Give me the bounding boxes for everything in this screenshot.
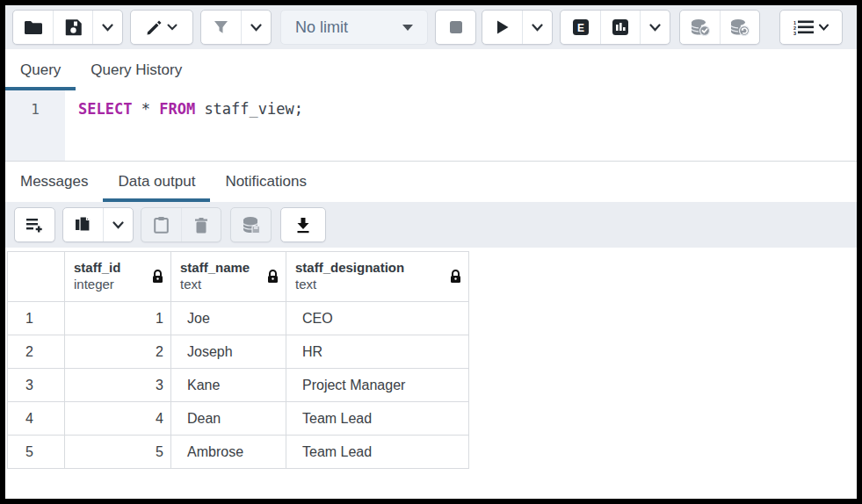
copy-menu-button[interactable] xyxy=(103,208,133,241)
row-number-cell[interactable]: 1 xyxy=(8,302,65,335)
save-data-button[interactable] xyxy=(231,208,271,241)
macros-button[interactable]: 123 xyxy=(780,11,842,44)
edit-button-group xyxy=(130,10,193,45)
copy-group xyxy=(62,207,134,242)
filter-icon xyxy=(214,20,228,34)
row-limit-select[interactable]: No limit xyxy=(280,10,428,45)
data-output-toolbar xyxy=(5,202,857,248)
editor-gutter: 1 xyxy=(5,90,65,161)
data-cell-staff_designation[interactable]: Team Lead xyxy=(286,436,469,469)
column-type: integer xyxy=(74,277,120,293)
output-tabbar: Messages Data output Notifications xyxy=(5,161,857,202)
add-row-button[interactable] xyxy=(15,208,54,241)
data-cell-staff_name[interactable]: Kane xyxy=(171,369,286,402)
tab-query[interactable]: Query xyxy=(5,49,76,90)
tab-messages-label: Messages xyxy=(20,173,88,191)
data-output-grid-region: staff_idintegerstaff_nametextstaff_desig… xyxy=(5,248,857,499)
chevron-down-icon xyxy=(532,24,543,32)
open-file-button[interactable] xyxy=(13,11,53,44)
query-toolbar: No limit xyxy=(5,5,857,49)
row-number-cell[interactable]: 4 xyxy=(8,402,65,436)
execute-menu-button[interactable] xyxy=(522,11,552,44)
database-save-icon xyxy=(242,216,261,234)
transaction-button-group xyxy=(679,10,760,45)
table-row: 22JosephHR xyxy=(8,335,469,369)
sql-code-area[interactable]: SELECT * FROM staff_view; xyxy=(65,90,857,161)
save-menu-button[interactable] xyxy=(92,11,122,44)
sql-token: SELECT xyxy=(78,100,132,118)
bar-chart-icon xyxy=(612,18,629,36)
data-cell-staff_designation[interactable]: HR xyxy=(286,335,469,369)
sql-token: FROM xyxy=(159,100,195,118)
data-cell-staff_id[interactable]: 5 xyxy=(65,436,171,469)
save-file-button[interactable] xyxy=(53,11,92,44)
explain-analyze-button[interactable] xyxy=(600,11,640,44)
save-icon xyxy=(65,19,82,36)
explain-e-icon: E xyxy=(572,18,590,36)
chevron-down-icon xyxy=(250,24,262,32)
sql-editor: 1 SELECT * FROM staff_view; xyxy=(5,90,857,161)
table-row: 55AmbroseTeam Lead xyxy=(8,436,469,469)
column-name: staff_designation xyxy=(295,260,404,277)
data-cell-staff_designation[interactable]: CEO xyxy=(286,302,469,335)
tab-notifications-label: Notifications xyxy=(225,173,307,191)
results-table: staff_idintegerstaff_nametextstaff_desig… xyxy=(7,251,469,469)
commit-button[interactable] xyxy=(680,11,720,44)
data-cell-staff_id[interactable]: 3 xyxy=(65,369,171,402)
table-row: 44DeanTeam Lead xyxy=(8,402,469,436)
download-button[interactable] xyxy=(281,208,325,241)
numbered-list-icon: 123 xyxy=(793,19,815,35)
tab-messages[interactable]: Messages xyxy=(5,162,103,202)
lock-icon xyxy=(152,270,163,284)
pencil-icon xyxy=(146,19,163,36)
stop-icon xyxy=(449,20,463,34)
tab-data-output[interactable]: Data output xyxy=(103,162,210,202)
stop-button-group xyxy=(435,10,476,45)
filter-menu-button[interactable] xyxy=(241,11,271,44)
select-all-corner-cell[interactable] xyxy=(8,252,65,302)
data-cell-staff_id[interactable]: 2 xyxy=(65,335,171,369)
explain-menu-button[interactable] xyxy=(640,11,670,44)
dropdown-arrow-icon xyxy=(402,25,413,31)
column-type: text xyxy=(295,277,404,293)
paste-button[interactable] xyxy=(141,208,181,241)
row-number-cell[interactable]: 3 xyxy=(8,369,65,402)
stop-button[interactable] xyxy=(436,11,475,44)
data-cell-staff_designation[interactable]: Team Lead xyxy=(286,402,469,436)
column-header-staff_id[interactable]: staff_idinteger xyxy=(65,252,171,302)
data-cell-staff_id[interactable]: 4 xyxy=(65,402,171,436)
delete-row-button[interactable] xyxy=(181,208,221,241)
chevron-down-icon xyxy=(649,24,661,32)
row-number-cell[interactable]: 2 xyxy=(8,335,65,369)
copy-icon xyxy=(75,216,91,234)
data-cell-staff_name[interactable]: Joe xyxy=(171,302,286,335)
copy-button[interactable] xyxy=(63,208,103,241)
add-row-icon xyxy=(25,217,44,233)
line-number: 1 xyxy=(31,101,40,118)
data-cell-staff_name[interactable]: Joseph xyxy=(171,335,286,369)
filter-button[interactable] xyxy=(201,11,241,44)
edit-menu-button[interactable] xyxy=(131,11,192,44)
table-header-row: staff_idintegerstaff_nametextstaff_desig… xyxy=(8,252,469,302)
tab-query-history-label: Query History xyxy=(91,61,182,79)
row-number-cell[interactable]: 5 xyxy=(8,436,65,469)
data-cell-staff_designation[interactable]: Project Manager xyxy=(286,369,469,402)
sql-token: staff_view; xyxy=(204,100,303,118)
svg-text:3: 3 xyxy=(793,31,796,36)
paste-delete-group xyxy=(141,207,221,242)
execute-button[interactable] xyxy=(482,11,522,44)
rollback-button[interactable] xyxy=(720,11,759,44)
data-cell-staff_name[interactable]: Ambrose xyxy=(171,436,286,469)
tab-notifications[interactable]: Notifications xyxy=(210,162,322,202)
column-type: text xyxy=(180,277,250,293)
chevron-down-icon xyxy=(819,24,829,31)
column-header-staff_designation[interactable]: staff_designationtext xyxy=(286,252,469,302)
explain-button[interactable]: E xyxy=(561,11,600,44)
column-header-staff_name[interactable]: staff_nametext xyxy=(171,252,286,302)
sql-line: SELECT * FROM staff_view; xyxy=(78,100,857,118)
data-cell-staff_name[interactable]: Dean xyxy=(171,402,286,436)
chevron-down-icon xyxy=(167,24,177,31)
data-cell-staff_id[interactable]: 1 xyxy=(65,302,171,335)
tab-query-history[interactable]: Query History xyxy=(76,49,197,90)
tab-data-output-label: Data output xyxy=(118,173,195,191)
